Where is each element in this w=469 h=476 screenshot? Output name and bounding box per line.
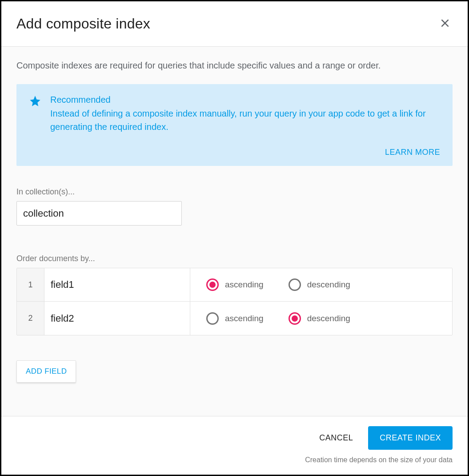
- dialog-description: Composite indexes are required for queri…: [16, 59, 453, 72]
- add-composite-index-dialog: Add composite index Composite indexes ar…: [1, 1, 468, 475]
- field-name-cell: [44, 302, 190, 335]
- radio-icon: [289, 312, 301, 325]
- ascending-radio-2[interactable]: ascending: [206, 312, 264, 325]
- table-row: 1 ascending descending: [17, 268, 452, 302]
- radio-icon: [206, 278, 219, 291]
- info-top: Recommended Instead of defining a compos…: [29, 95, 440, 133]
- field-name-cell: [44, 268, 190, 301]
- descending-radio-1[interactable]: descending: [289, 278, 350, 291]
- ascending-label: ascending: [225, 280, 264, 290]
- ascending-radio-1[interactable]: ascending: [206, 278, 264, 291]
- star-icon: [29, 95, 41, 133]
- order-fields-table: 1 ascending descending 2: [16, 268, 453, 335]
- create-index-button[interactable]: CREATE INDEX: [368, 426, 453, 450]
- info-text-block: Recommended Instead of defining a compos…: [50, 95, 440, 133]
- dialog-header: Add composite index: [1, 1, 468, 47]
- sort-direction-cell: ascending descending: [190, 302, 452, 335]
- dialog-title: Add composite index: [16, 16, 150, 32]
- table-row: 2 ascending descending: [17, 302, 452, 335]
- learn-more-row: LEARN MORE: [29, 148, 440, 157]
- descending-radio-2[interactable]: descending: [289, 312, 350, 325]
- info-title: Recommended: [50, 95, 440, 105]
- field-name-input-2[interactable]: [51, 313, 184, 324]
- radio-icon: [289, 278, 301, 291]
- collection-input[interactable]: [16, 201, 182, 226]
- close-icon: [439, 17, 451, 30]
- row-number: 1: [17, 268, 44, 301]
- footer-note: Creation time depends on the size of you…: [305, 456, 453, 464]
- radio-icon: [206, 312, 219, 325]
- order-label: Order documents by...: [16, 254, 453, 263]
- footer-actions: CANCEL CREATE INDEX: [317, 426, 453, 450]
- cancel-button[interactable]: CANCEL: [317, 428, 356, 448]
- ascending-label: ascending: [225, 314, 264, 323]
- recommended-info-box: Recommended Instead of defining a compos…: [16, 84, 453, 166]
- descending-label: descending: [307, 280, 350, 290]
- dialog-content: Composite indexes are required for queri…: [1, 47, 468, 416]
- row-number: 2: [17, 302, 44, 335]
- sort-direction-cell: ascending descending: [190, 268, 452, 301]
- close-button[interactable]: [437, 16, 453, 32]
- add-field-button[interactable]: ADD FIELD: [16, 360, 76, 383]
- learn-more-link[interactable]: LEARN MORE: [385, 148, 440, 157]
- info-text: Instead of defining a composite index ma…: [50, 107, 440, 133]
- collection-label: In collection(s)...: [16, 187, 453, 197]
- field-name-input-1[interactable]: [51, 279, 184, 290]
- descending-label: descending: [307, 314, 350, 323]
- dialog-footer: CANCEL CREATE INDEX Creation time depend…: [1, 416, 468, 475]
